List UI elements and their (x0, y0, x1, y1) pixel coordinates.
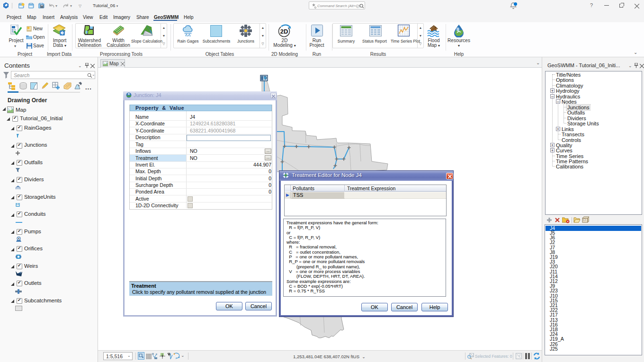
svg-text:2D: 2D (280, 28, 288, 35)
